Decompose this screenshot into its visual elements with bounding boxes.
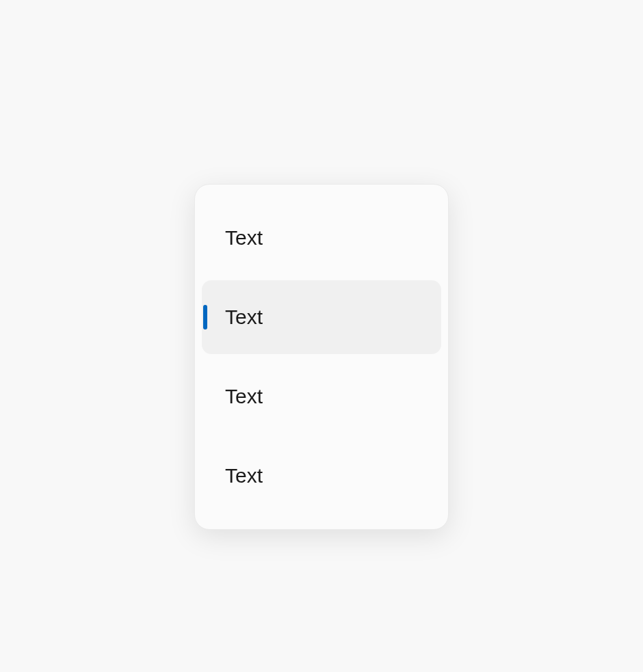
menu-item-label: Text [225,385,263,408]
selection-indicator-icon [203,305,207,330]
menu-item-3[interactable]: Text [202,439,441,513]
menu-item-label: Text [225,464,263,487]
menu-item-label: Text [225,226,263,250]
menu-item-1[interactable]: Text [202,280,441,354]
menu-item-2[interactable]: Text [202,360,441,433]
menu-item-label: Text [225,306,263,329]
menu-item-0[interactable]: Text [202,201,441,275]
menu-panel: Text Text Text Text [194,184,449,530]
